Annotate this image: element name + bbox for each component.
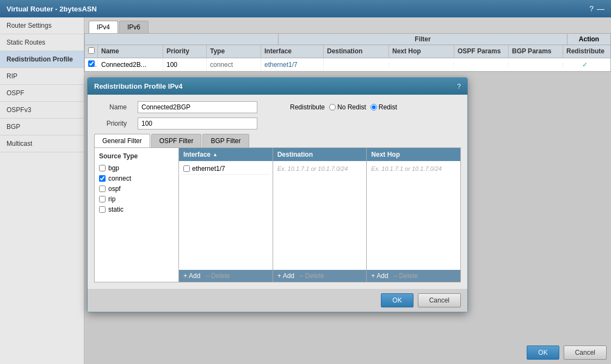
destination-body: Ex. 10.1.7.1 or 10.1.7.0/24	[273, 161, 367, 270]
minimize-icon[interactable]: —	[597, 4, 604, 13]
bgp-checkbox[interactable]	[99, 165, 106, 171]
destination-add-btn[interactable]: + Add	[277, 272, 294, 280]
inner-tabs: General Filter OSPF Filter BGP Filter	[94, 134, 461, 147]
interface-row-item[interactable]: ethernet1/7	[181, 163, 270, 175]
minus-icon: –	[394, 272, 398, 280]
col-priority: Priority	[163, 45, 207, 58]
source-connect[interactable]: connect	[99, 175, 174, 182]
nexthop-body: Ex. 10.1.7.1 or 10.1.7.0/24	[367, 161, 460, 270]
help-icon[interactable]: ?	[589, 4, 594, 13]
col-redistribute: Redistribute	[563, 45, 607, 58]
name-row: Name Redistribute No Redist	[94, 101, 461, 113]
no-redist-option[interactable]: No Redist	[329, 103, 366, 111]
minus-icon: –	[206, 272, 209, 280]
col-name: Name	[98, 45, 163, 58]
row-name: Connected2B...	[98, 59, 163, 71]
title-bar: Virtual Router - 2bytesASN ? —	[0, 0, 611, 17]
select-all-checkbox[interactable]	[88, 47, 95, 54]
col-ospf: OSPF Params	[454, 45, 509, 58]
source-rip[interactable]: rip	[99, 195, 174, 203]
source-type-panel: Source Type bgp connect	[95, 148, 179, 282]
rip-checkbox[interactable]	[99, 196, 106, 202]
window-title: Virtual Router - 2bytesASN	[7, 5, 97, 13]
plus-icon: +	[277, 272, 281, 280]
minus-icon: –	[300, 272, 304, 280]
sidebar-item-bgp[interactable]: BGP	[0, 119, 84, 135]
source-static[interactable]: static	[99, 206, 174, 213]
destination-header: Destination	[273, 148, 367, 161]
sidebar: Router Settings Static Routes Redistribu…	[0, 17, 84, 364]
sort-arrow-icon: ▲	[213, 152, 218, 157]
static-checkbox[interactable]	[99, 206, 106, 213]
modal-title: Redistribution Profile IPv4	[94, 82, 183, 90]
row-priority: 100	[163, 59, 207, 71]
sidebar-item-ospfv3[interactable]: OSPFv3	[0, 102, 84, 119]
tab-ospf-filter[interactable]: OSPF Filter	[151, 134, 202, 147]
plus-icon: +	[371, 272, 375, 280]
filter-label: Filter	[279, 34, 567, 45]
row-ospf	[454, 63, 509, 67]
sidebar-item-ospf[interactable]: OSPF	[0, 85, 84, 102]
filter-col-destination: Destination Ex. 10.1.7.1 or 10.1.7.0/24 …	[273, 148, 367, 282]
nexthop-placeholder: Ex. 10.1.7.1 or 10.1.7.0/24	[369, 163, 458, 174]
table-header: Name Priority Type Interface Destination…	[85, 45, 610, 58]
filter-table: Source Type bgp connect	[94, 147, 461, 282]
col-type: Type	[207, 45, 261, 58]
interface-add-btn[interactable]: + Add	[183, 272, 200, 280]
row-checkbox[interactable]	[88, 60, 95, 67]
tab-bar: IPv4 IPv6	[84, 17, 611, 33]
destination-footer: + Add – Delete	[273, 270, 367, 282]
sidebar-item-rip[interactable]: RIP	[0, 68, 84, 85]
outer-cancel-button[interactable]: Cancel	[564, 346, 607, 360]
tab-bgp-filter[interactable]: BGP Filter	[202, 134, 249, 147]
tab-ipv6[interactable]: IPv6	[119, 21, 149, 33]
modal-body: Name Redistribute No Redist	[88, 95, 467, 289]
interface-footer: + Add – Delete	[179, 270, 273, 282]
redist-option[interactable]: Redist	[371, 103, 397, 111]
connect-checkbox[interactable]	[99, 175, 106, 182]
priority-row: Priority	[94, 118, 461, 129]
outer-ok-button[interactable]: OK	[527, 346, 559, 360]
tab-general-filter[interactable]: General Filter	[94, 134, 150, 147]
destination-placeholder: Ex. 10.1.7.1 or 10.1.7.0/24	[275, 163, 365, 174]
row-redistribute: ✓	[563, 59, 607, 71]
interface-item-checkbox[interactable]	[183, 165, 190, 172]
modal-header: Redistribution Profile IPv4 ?	[88, 78, 467, 95]
interface-header: Interface ▲	[179, 148, 273, 161]
row-nexthop	[389, 63, 454, 67]
nexthop-header: Next Hop	[367, 148, 460, 161]
col-bgp: BGP Params	[509, 45, 563, 58]
sidebar-item-static-routes[interactable]: Static Routes	[0, 34, 84, 51]
modal-help-icon[interactable]: ?	[457, 83, 461, 90]
nexthop-footer: + Add – Delete	[367, 270, 460, 282]
destination-delete-btn[interactable]: – Delete	[300, 272, 324, 280]
sidebar-item-redistribution-profile[interactable]: Redistribution Profile	[0, 51, 84, 68]
interface-body: ethernet1/7	[179, 161, 273, 270]
interface-delete-btn[interactable]: – Delete	[206, 272, 230, 280]
tab-ipv4[interactable]: IPv4	[89, 21, 118, 33]
source-ospf[interactable]: ospf	[99, 185, 174, 193]
modal-ok-button[interactable]: OK	[381, 293, 413, 307]
nexthop-add-btn[interactable]: + Add	[371, 272, 388, 280]
redistribute-group: Redistribute No Redist Redist	[290, 103, 397, 111]
name-label: Name	[94, 103, 127, 111]
table-row[interactable]: Connected2B... 100 connect ethernet1/7 ✓	[85, 58, 610, 71]
row-type: connect	[207, 59, 261, 71]
row-bgp	[509, 63, 563, 67]
source-bgp[interactable]: bgp	[99, 164, 174, 172]
ospf-checkbox[interactable]	[99, 186, 106, 192]
nexthop-delete-btn[interactable]: – Delete	[394, 272, 418, 280]
filter-col-nexthop: Next Hop Ex. 10.1.7.1 or 10.1.7.0/24 +	[367, 148, 460, 282]
redistribute-label: Redistribute	[290, 103, 325, 111]
plus-icon: +	[183, 272, 187, 280]
priority-input[interactable]	[138, 118, 257, 129]
action-label: Action	[567, 34, 610, 45]
sidebar-item-router-settings[interactable]: Router Settings	[0, 17, 84, 34]
row-destination	[324, 63, 389, 67]
interface-value: ethernet1/7	[192, 165, 225, 172]
name-input[interactable]	[138, 101, 257, 113]
modal-dialog: Redistribution Profile IPv4 ? Name Redis…	[87, 77, 468, 312]
modal-cancel-button[interactable]: Cancel	[418, 293, 461, 307]
row-interface: ethernet1/7	[261, 59, 324, 71]
sidebar-item-multicast[interactable]: Multicast	[0, 135, 84, 152]
